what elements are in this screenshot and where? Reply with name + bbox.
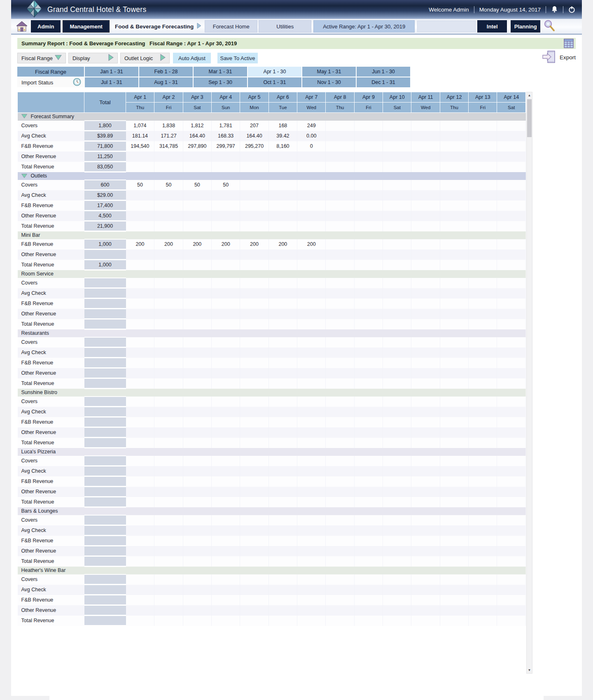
- day-cell[interactable]: 249: [297, 121, 326, 131]
- day-cell[interactable]: [469, 378, 497, 389]
- day-cell[interactable]: [383, 427, 411, 438]
- day-cell[interactable]: [183, 397, 211, 407]
- day-cell[interactable]: [440, 546, 468, 556]
- day-cell[interactable]: [154, 536, 183, 546]
- day-cell[interactable]: [354, 288, 383, 299]
- day-cell[interactable]: [411, 299, 440, 309]
- day-cell[interactable]: [469, 180, 497, 190]
- day-cell[interactable]: [297, 250, 326, 260]
- day-cell[interactable]: [126, 427, 154, 438]
- day-cell[interactable]: [354, 141, 383, 152]
- day-cell[interactable]: [469, 616, 497, 626]
- day-cell[interactable]: [354, 260, 383, 270]
- day-cell[interactable]: [354, 616, 383, 626]
- day-cell[interactable]: [183, 309, 211, 319]
- day-cell[interactable]: [469, 152, 497, 162]
- day-cell[interactable]: [183, 278, 211, 288]
- day-cell[interactable]: [440, 337, 468, 348]
- day-cell[interactable]: [240, 476, 268, 487]
- day-cell[interactable]: [383, 536, 411, 546]
- day-cell[interactable]: [440, 319, 468, 329]
- day-cell[interactable]: [297, 556, 326, 567]
- day-cell[interactable]: [326, 515, 354, 525]
- day-cell[interactable]: [240, 616, 268, 626]
- day-cell[interactable]: [154, 348, 183, 358]
- day-cell[interactable]: [326, 417, 354, 427]
- day-cell[interactable]: 299,797: [212, 141, 240, 152]
- day-cell[interactable]: [183, 319, 211, 329]
- day-cell[interactable]: [354, 497, 383, 507]
- day-cell[interactable]: [154, 190, 183, 201]
- day-cell[interactable]: [497, 309, 526, 319]
- day-cell[interactable]: [469, 515, 497, 525]
- day-cell[interactable]: [354, 466, 383, 476]
- day-cell[interactable]: [297, 278, 326, 288]
- day-cell[interactable]: [240, 211, 268, 221]
- day-cell[interactable]: [183, 368, 211, 378]
- day-cell[interactable]: [240, 180, 268, 190]
- day-cell[interactable]: [326, 595, 354, 605]
- day-cell[interactable]: [240, 536, 268, 546]
- day-cell[interactable]: [383, 152, 411, 162]
- day-cell[interactable]: [383, 397, 411, 407]
- day-cell[interactable]: [212, 515, 240, 525]
- day-cell[interactable]: [411, 141, 440, 152]
- day-cell[interactable]: [297, 348, 326, 358]
- day-cell[interactable]: 50: [212, 180, 240, 190]
- day-cell[interactable]: [154, 288, 183, 299]
- day-cell[interactable]: [212, 466, 240, 476]
- day-cell[interactable]: [268, 595, 297, 605]
- home-icon[interactable]: [15, 21, 28, 32]
- day-cell[interactable]: [212, 397, 240, 407]
- day-cell[interactable]: [212, 546, 240, 556]
- day-cell[interactable]: [183, 152, 211, 162]
- day-cell[interactable]: [154, 546, 183, 556]
- day-cell[interactable]: [154, 487, 183, 497]
- day-cell[interactable]: [354, 585, 383, 595]
- day-cell[interactable]: [268, 250, 297, 260]
- day-cell[interactable]: [268, 221, 297, 231]
- active-range-button[interactable]: Active Range: Apr 1 - Apr 30, 2019: [313, 20, 415, 33]
- day-cell[interactable]: [383, 250, 411, 260]
- day-cell[interactable]: [354, 515, 383, 525]
- day-cell[interactable]: [469, 536, 497, 546]
- day-cell[interactable]: [411, 515, 440, 525]
- day-cell[interactable]: [354, 201, 383, 211]
- day-cell[interactable]: [240, 309, 268, 319]
- day-cell[interactable]: [212, 616, 240, 626]
- day-cell[interactable]: 200: [297, 239, 326, 250]
- fiscal-month-nov-1-30[interactable]: Nov 1 - 30: [302, 77, 356, 87]
- day-cell[interactable]: [497, 348, 526, 358]
- day-cell[interactable]: [326, 358, 354, 368]
- day-cell[interactable]: [440, 309, 468, 319]
- day-cell[interactable]: [440, 487, 468, 497]
- day-cell[interactable]: [469, 368, 497, 378]
- day-cell[interactable]: [212, 407, 240, 417]
- day-cell[interactable]: [297, 456, 326, 466]
- day-cell[interactable]: [383, 466, 411, 476]
- day-cell[interactable]: [497, 556, 526, 567]
- day-cell[interactable]: [268, 358, 297, 368]
- day-cell[interactable]: [183, 260, 211, 270]
- day-cell[interactable]: [440, 239, 468, 250]
- day-cell[interactable]: [383, 605, 411, 616]
- day-cell[interactable]: [326, 180, 354, 190]
- day-cell[interactable]: [268, 201, 297, 211]
- day-cell[interactable]: [240, 397, 268, 407]
- day-cell[interactable]: [440, 616, 468, 626]
- day-cell[interactable]: 1,812: [183, 121, 211, 131]
- day-cell[interactable]: [383, 417, 411, 427]
- day-cell[interactable]: [497, 466, 526, 476]
- day-cell[interactable]: [126, 546, 154, 556]
- day-cell[interactable]: [497, 417, 526, 427]
- day-cell[interactable]: [411, 456, 440, 466]
- day-cell[interactable]: [411, 239, 440, 250]
- day-cell[interactable]: 1,838: [154, 121, 183, 131]
- day-cell[interactable]: [440, 605, 468, 616]
- day-cell[interactable]: [383, 456, 411, 466]
- day-cell[interactable]: [240, 288, 268, 299]
- day-cell[interactable]: [212, 221, 240, 231]
- day-cell[interactable]: [240, 368, 268, 378]
- day-cell[interactable]: [354, 368, 383, 378]
- day-cell[interactable]: 200: [154, 239, 183, 250]
